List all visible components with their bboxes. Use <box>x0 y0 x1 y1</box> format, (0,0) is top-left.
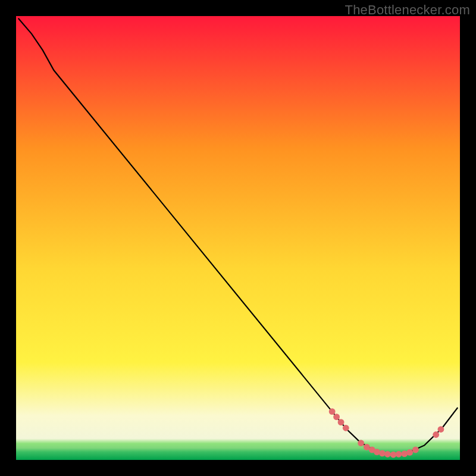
chart-frame: TheBottlenecker.com <box>0 0 476 476</box>
gradient-background <box>16 16 460 460</box>
watermark-text: TheBottlenecker.com <box>345 2 470 18</box>
svg-rect-0 <box>16 16 460 460</box>
